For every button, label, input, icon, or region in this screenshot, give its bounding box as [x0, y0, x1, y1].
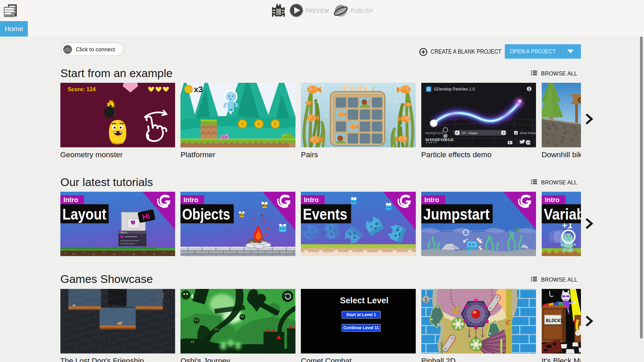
svg-text:BLOCKS: BLOCKS [545, 318, 563, 323]
svg-text:x3: x3 [194, 85, 203, 94]
svg-text:Variables: Variables [543, 205, 581, 223]
svg-text:Objects: Objects [182, 205, 230, 223]
svg-text:Objects: Objects [119, 231, 127, 234]
svg-text:GDevelop Particles 1.0: GDevelop Particles 1.0 [434, 87, 475, 92]
svg-text:Events: Events [303, 205, 347, 223]
svg-text:Score: 124: Score: 124 [67, 86, 96, 92]
svg-text:Background: Background [425, 131, 443, 135]
svg-text:G: G [578, 96, 581, 104]
svg-text:4: 4 [191, 293, 194, 300]
svg-text:WISHFORGE: WISHFORGE [425, 137, 454, 142]
svg-text:Start at Level 1: Start at Level 1 [346, 312, 376, 317]
svg-text:Select Level: Select Level [340, 296, 388, 305]
svg-text:1: 1 [424, 297, 427, 303]
svg-text:Jumpstart: Jumpstart [423, 205, 490, 223]
svg-text:Layout: Layout [62, 205, 106, 223]
svg-text:Continue Level 11: Continue Level 11 [343, 325, 379, 330]
svg-text:G: G [427, 87, 430, 92]
svg-text:07 - Magic: 07 - Magic [462, 131, 478, 135]
svg-text:Show frame: Show frame [520, 131, 536, 135]
